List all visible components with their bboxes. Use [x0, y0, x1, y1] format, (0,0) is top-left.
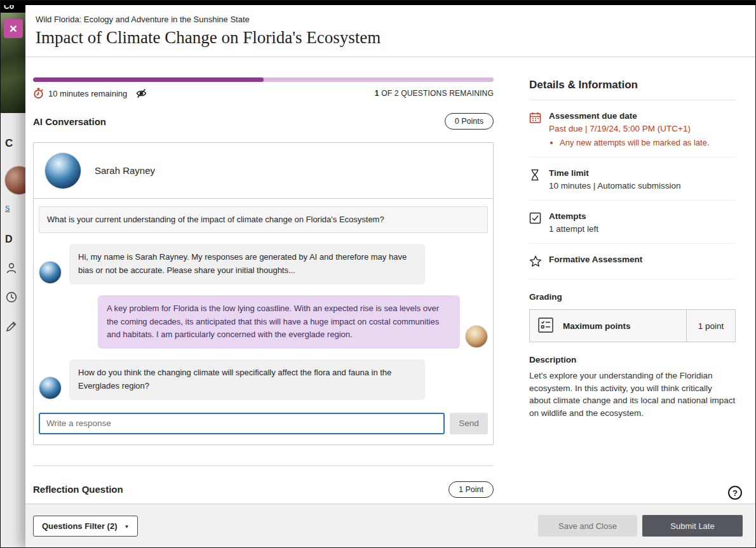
save-and-close-button[interactable]: Save and Close — [538, 515, 637, 537]
assessment-panel: Wild Florida: Ecology and Adventure in t… — [25, 5, 755, 547]
description-text: Let's explore your understanding of the … — [529, 370, 736, 419]
formative-label: Formative Assessment — [549, 255, 642, 264]
chat-transcript: What is your current understanding of th… — [34, 199, 493, 400]
questions-remaining: 1 OF 2 QUESTIONS REMAINING — [375, 89, 494, 98]
agent-avatar-small — [39, 377, 61, 399]
background-page-strip: Co C S D — [0, 0, 25, 548]
footer-bar: Questions Filter (2) Save and Close Subm… — [25, 504, 755, 547]
submit-late-button[interactable]: Submit Late — [642, 515, 743, 537]
star-icon — [529, 255, 542, 269]
due-date-value: Past due | 7/19/24, 5:00 PM (UTC+1) — [549, 124, 710, 133]
user-avatar-small — [466, 326, 487, 347]
person-icon — [5, 262, 18, 274]
questions-remaining-count: 1 — [375, 89, 379, 98]
late-warning-list: Any new attempts will be marked as late. — [549, 138, 710, 147]
help-icon[interactable] — [728, 486, 742, 500]
background-avatar — [5, 166, 25, 194]
timer-status-row: 10 minutes remaining 1 OF 2 QUESTIONS RE… — [33, 88, 494, 99]
attempts-row: Attempts 1 attempt left — [529, 201, 736, 244]
chat-input-row: Send — [34, 400, 493, 444]
browser-top-bar — [0, 0, 756, 5]
agent-name: Sarah Rayney — [95, 165, 155, 176]
course-name: Wild Florida: Ecology and Adventure in t… — [36, 15, 740, 24]
description-label: Description — [529, 355, 736, 364]
time-limit-value: 10 minutes | Automatic submission — [549, 181, 681, 190]
response-input[interactable] — [39, 413, 445, 434]
progress-fill — [33, 77, 264, 82]
section-divider — [33, 465, 494, 466]
close-panel-button[interactable] — [4, 19, 23, 38]
grading-box: Maximum points 1 point — [529, 309, 736, 342]
background-link: S — [5, 204, 10, 212]
questions-filter-button[interactable]: Questions Filter (2) — [33, 516, 138, 537]
rubric-checklist-icon — [537, 317, 554, 335]
calendar-icon — [529, 111, 542, 147]
details-sidebar: Details & Information Assessment due dat… — [529, 57, 736, 419]
chat-message-ai: Hi, my name is Sarah Rayney. My response… — [39, 244, 488, 284]
agent-avatar-small — [39, 262, 61, 283]
chat-message-user: A key problem for Florida is the low lyi… — [39, 295, 488, 349]
panel-header: Wild Florida: Ecology and Adventure in t… — [25, 5, 755, 57]
assessment-progress-bar — [33, 77, 494, 82]
agent-avatar — [45, 153, 81, 189]
attempts-value: 1 attempt left — [549, 224, 598, 234]
background-heading-content: C — [5, 137, 25, 150]
chat-header: Sarah Rayney — [34, 143, 493, 199]
ai-conversation-title: AI Conversation — [33, 116, 106, 127]
time-limit-row: Time limit 10 minutes | Automatic submis… — [529, 157, 736, 201]
due-date-label: Assessment due date — [549, 111, 710, 121]
hide-timer-icon[interactable] — [136, 88, 147, 98]
pencil-icon — [5, 320, 18, 333]
questions-filter-label: Questions Filter (2) — [42, 521, 117, 531]
chevron-down-icon — [124, 521, 129, 531]
user-message-bubble: A key problem for Florida is the low lyi… — [98, 295, 460, 349]
clock-icon — [5, 291, 18, 304]
question-column: 10 minutes remaining 1 OF 2 QUESTIONS RE… — [33, 57, 494, 498]
reflection-question-title: Reflection Question — [33, 484, 123, 495]
maximum-points-value: 1 point — [686, 310, 735, 342]
reflection-points-pill[interactable]: 1 Point — [449, 481, 494, 498]
due-date-row: Assessment due date Past due | 7/19/24, … — [529, 100, 736, 157]
send-button[interactable]: Send — [450, 413, 488, 434]
ai-message-bubble: Hi, my name is Sarah Rayney. My response… — [69, 244, 425, 284]
ai-message-bubble: How do you think the changing climate wi… — [69, 359, 425, 400]
background-heading-details: D — [5, 234, 25, 245]
timer-icon — [33, 88, 44, 99]
chat-message-ai: How do you think the changing climate wi… — [39, 359, 488, 400]
formative-row: Formative Assessment — [529, 244, 736, 279]
conversation-prompt: What is your current understanding of th… — [39, 206, 488, 233]
checkbox-check-icon — [529, 211, 542, 234]
late-warning: Any new attempts will be marked as late. — [560, 138, 710, 147]
attempts-label: Attempts — [549, 211, 598, 221]
ai-conversation-header: AI Conversation 0 Points — [33, 113, 494, 130]
grading-label: Grading — [529, 292, 736, 302]
page-title: Impact of Climate Change on Florida's Ec… — [36, 28, 740, 48]
details-heading: Details & Information — [529, 79, 736, 100]
ai-conversation-card: Sarah Rayney What is your current unders… — [33, 142, 494, 445]
ai-conversation-points-pill[interactable]: 0 Points — [445, 113, 494, 130]
questions-remaining-text: OF 2 QUESTIONS REMAINING — [379, 89, 494, 98]
maximum-points-label: Maximum points — [563, 321, 631, 331]
time-limit-label: Time limit — [549, 168, 681, 178]
timer-text: 10 minutes remaining — [48, 89, 127, 98]
reflection-question-header: Reflection Question 1 Point — [33, 481, 494, 498]
hourglass-icon — [529, 168, 542, 190]
